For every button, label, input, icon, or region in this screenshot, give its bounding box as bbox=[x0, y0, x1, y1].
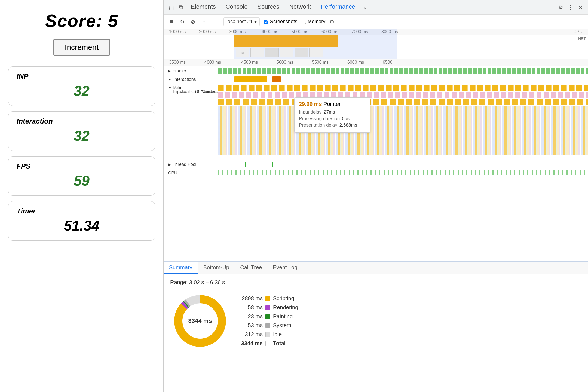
main-label: ▼ Main — http://localhost:5173/under... bbox=[164, 84, 218, 160]
screenshots-checkbox[interactable] bbox=[264, 20, 268, 24]
tooltip-processing-val: 0μs bbox=[342, 116, 350, 121]
tooltip-input-delay-val: 27ms bbox=[324, 109, 335, 115]
tab-network[interactable]: Network bbox=[285, 0, 316, 14]
gpu-track: GPU bbox=[164, 169, 588, 177]
more-options-icon[interactable]: ⋮ bbox=[567, 4, 574, 11]
frames-content[interactable] bbox=[218, 66, 588, 75]
legend-idle: 312 ms Idle bbox=[241, 331, 306, 338]
interaction-value: 32 bbox=[17, 128, 147, 144]
tab-bottom-up[interactable]: Bottom-Up bbox=[198, 262, 235, 274]
tab-call-tree[interactable]: Call Tree bbox=[235, 262, 267, 274]
clear-icon[interactable]: ⊘ bbox=[189, 17, 197, 26]
upload-icon[interactable]: ↑ bbox=[200, 17, 208, 26]
main-bars-row3 bbox=[218, 99, 588, 105]
timeline-highlight bbox=[234, 35, 338, 47]
summary-legend: 2898 ms Scripting 58 ms Rendering 23 ms … bbox=[241, 295, 306, 347]
main-track: ▼ Main — http://localhost:5173/under... bbox=[164, 84, 588, 160]
tooltip-processing: Processing duration 0μs bbox=[299, 116, 366, 121]
tooltip-title: 29.69 ms Pointer bbox=[299, 101, 366, 107]
bottom-content: Range: 3.02 s – 6.36 s bbox=[164, 274, 588, 392]
tooltip-input-delay: Input delay 27ms bbox=[299, 109, 366, 115]
ruler-cpu-label: CPU bbox=[573, 29, 583, 34]
thread-pool-content[interactable] bbox=[218, 160, 588, 169]
legend-total: 3344 ms Total bbox=[241, 340, 306, 347]
gpu-content[interactable] bbox=[218, 169, 588, 177]
donut-chart: 3344 ms bbox=[170, 291, 230, 351]
interaction-card: Interaction 32 bbox=[8, 111, 155, 151]
url-label: localhost #1 bbox=[226, 19, 253, 24]
frames-track: ▶ Frames bbox=[164, 66, 588, 75]
close-icon[interactable]: ✕ bbox=[577, 4, 584, 11]
legend-system: 53 ms System bbox=[241, 322, 306, 329]
inp-value: 32 bbox=[17, 83, 147, 99]
score-display: Score: 5 bbox=[45, 11, 118, 31]
url-selector[interactable]: localhost #1 ▾ bbox=[223, 17, 260, 26]
interactions-content[interactable] bbox=[218, 75, 588, 84]
legend-scripting: 2898 ms Scripting bbox=[241, 295, 306, 302]
frames-bars bbox=[218, 68, 588, 74]
performance-toolbar: ⏺ ↻ ⊘ ↑ ↓ localhost #1 ▾ Screenshots Mem… bbox=[164, 15, 588, 29]
detail-timeline: 3500 ms 4000 ms 4500 ms 5000 ms 5500 ms … bbox=[164, 59, 588, 261]
donut-center-label: 3344 ms bbox=[188, 317, 212, 324]
screenshots-strip: ⊞ bbox=[236, 47, 399, 58]
memory-label: Memory bbox=[308, 19, 325, 24]
memory-checkbox[interactable] bbox=[302, 20, 306, 24]
system-dot bbox=[265, 323, 270, 328]
tab-sources[interactable]: Sources bbox=[253, 0, 284, 14]
tab-performance[interactable]: Performance bbox=[317, 0, 360, 14]
more-tabs-icon[interactable]: » bbox=[361, 4, 369, 11]
summary-area: 3344 ms 2898 ms Scripting 58 ms Renderin… bbox=[170, 291, 581, 351]
main-bars-row1 bbox=[218, 85, 588, 91]
bottom-panel: Summary Bottom-Up Call Tree Event Log Ra… bbox=[164, 261, 588, 392]
fps-label: FPS bbox=[17, 162, 147, 170]
painting-dot bbox=[265, 314, 270, 319]
rendering-dot bbox=[265, 305, 270, 310]
main-bars-multirow bbox=[218, 106, 588, 155]
screenshots-checkbox-group: Screenshots bbox=[264, 19, 297, 24]
idle-dot bbox=[265, 332, 270, 337]
tab-event-log[interactable]: Event Log bbox=[267, 262, 303, 274]
thread-pool-label: ▶ Thread Pool bbox=[164, 160, 218, 169]
tooltip-type: Pointer bbox=[323, 101, 341, 107]
interaction-label: Interaction bbox=[17, 117, 147, 125]
timeline-overview[interactable]: 1000 ms 2000 ms 3000 ms 4000 ms 5000 ms … bbox=[164, 29, 588, 59]
tab-console[interactable]: Console bbox=[221, 0, 252, 14]
interaction-bar-2 bbox=[272, 76, 281, 82]
thread-pool-bar-2 bbox=[272, 162, 273, 167]
devtools-tabbar: ⬚ ⧉ Elements Console Sources Network Per… bbox=[164, 0, 588, 15]
net-label: NET bbox=[578, 36, 586, 41]
tab-summary[interactable]: Summary bbox=[164, 262, 198, 274]
main-content[interactable]: 29.69 ms Pointer Input delay 27ms Proces… bbox=[218, 84, 588, 160]
tooltip-presentation: Presentation delay 2.688ms bbox=[299, 122, 366, 128]
increment-button[interactable]: Increment bbox=[53, 39, 110, 56]
gpu-bars bbox=[218, 170, 588, 175]
interaction-bar-1 bbox=[234, 76, 267, 82]
range-label: Range: 3.02 s – 6.36 s bbox=[170, 279, 581, 286]
record-icon[interactable]: ⏺ bbox=[167, 17, 176, 26]
interactions-track: ▼ Interactions bbox=[164, 75, 588, 84]
devtools-panel: ⬚ ⧉ Elements Console Sources Network Per… bbox=[163, 0, 588, 392]
score-value: 5 bbox=[108, 11, 118, 31]
device-icon[interactable]: ⧉ bbox=[177, 4, 185, 11]
legend-rendering: 58 ms Rendering bbox=[241, 304, 306, 311]
timer-value: 51.34 bbox=[17, 218, 147, 234]
tab-elements[interactable]: Elements bbox=[186, 0, 220, 14]
inp-label: INP bbox=[17, 72, 147, 81]
tooltip-ms: 29.69 ms bbox=[299, 101, 322, 107]
fps-card: FPS 59 bbox=[8, 156, 155, 196]
score-label: Score: bbox=[45, 11, 103, 31]
inspect-icon[interactable]: ⬚ bbox=[167, 4, 175, 11]
main-bars-row2 bbox=[218, 92, 588, 98]
reload-icon[interactable]: ↻ bbox=[178, 17, 186, 26]
interaction-tooltip: 29.69 ms Pointer Input delay 27ms Proces… bbox=[294, 97, 370, 133]
screenshots-label: Screenshots bbox=[270, 19, 297, 24]
detail-ruler: 3500 ms 4000 ms 4500 ms 5000 ms 5500 ms … bbox=[164, 59, 588, 66]
capture-settings-icon[interactable]: ⚙ bbox=[327, 17, 336, 26]
interactions-label: ▼ Interactions bbox=[164, 75, 218, 84]
left-panel: Score: 5 Increment INP 32 Interaction 32… bbox=[0, 0, 163, 392]
frames-label: ▶ Frames bbox=[164, 66, 218, 75]
fps-value: 59 bbox=[17, 173, 147, 189]
settings-icon[interactable]: ⚙ bbox=[557, 4, 565, 11]
download-icon[interactable]: ↓ bbox=[210, 17, 219, 26]
ruler-tick-2000: 2000 ms bbox=[199, 29, 216, 34]
